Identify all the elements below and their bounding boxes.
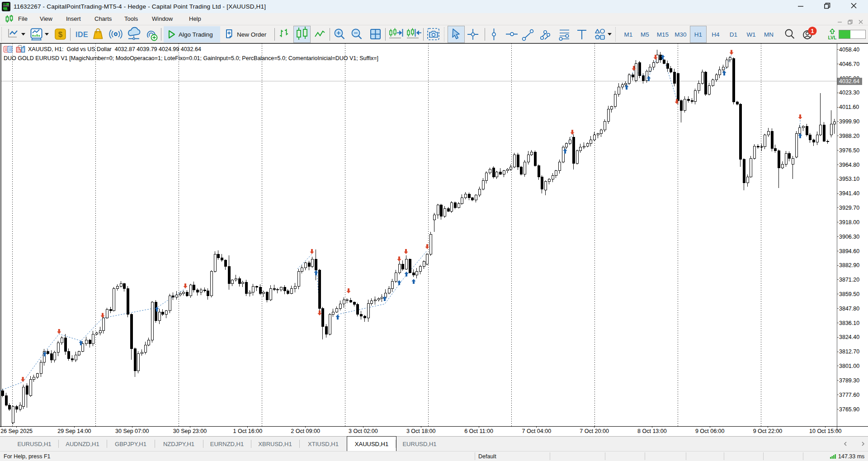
- svg-text:7 Oct 04:00: 7 Oct 04:00: [522, 428, 551, 434]
- svg-text:3882.90: 3882.90: [839, 262, 859, 268]
- svg-text:H4: H4: [712, 31, 720, 38]
- svg-text:D1: D1: [730, 31, 737, 38]
- svg-text:30 Sep 07:00: 30 Sep 07:00: [115, 428, 149, 434]
- svg-text:IDE: IDE: [75, 31, 88, 38]
- svg-text:3 Oct 18:00: 3 Oct 18:00: [406, 428, 436, 434]
- svg-text:XAUUSD, H1: Gold vs US Dollar: XAUUSD, H1: Gold vs US Dollar 4032.87 40…: [28, 46, 201, 52]
- svg-text:3859.50: 3859.50: [839, 291, 859, 297]
- svg-text:4011.60: 4011.60: [839, 104, 859, 110]
- svg-text:$: $: [58, 30, 63, 39]
- svg-text:3 Oct 02:00: 3 Oct 02:00: [349, 428, 378, 434]
- svg-text:8 Oct 13:00: 8 Oct 13:00: [637, 428, 667, 434]
- svg-text:3976.50: 3976.50: [839, 147, 859, 154]
- svg-text:3812.70: 3812.70: [839, 348, 859, 355]
- svg-text:3906.30: 3906.30: [839, 234, 859, 240]
- svg-text:9 Oct 06:00: 9 Oct 06:00: [695, 428, 725, 434]
- svg-text:26 Sep 2025: 26 Sep 2025: [0, 428, 33, 434]
- svg-text:29 Sep 14:00: 29 Sep 14:00: [57, 428, 91, 434]
- svg-text:3765.90: 3765.90: [839, 406, 859, 413]
- svg-text:4023.30: 4023.30: [839, 89, 859, 96]
- svg-text:3918.00: 3918.00: [839, 219, 859, 226]
- svg-text:7 Oct 20:00: 7 Oct 20:00: [580, 428, 609, 434]
- svg-text:3953.10: 3953.10: [839, 176, 859, 182]
- svg-text:M30: M30: [675, 31, 686, 38]
- svg-text:M15: M15: [657, 31, 669, 38]
- svg-text:6 Oct 11:00: 6 Oct 11:00: [464, 428, 493, 434]
- svg-text:3871.20: 3871.20: [839, 277, 859, 283]
- svg-text:Algo Trading: Algo Trading: [179, 31, 213, 38]
- svg-text:3999.90: 3999.90: [839, 118, 859, 125]
- svg-text:MN: MN: [764, 31, 774, 38]
- svg-text:3941.40: 3941.40: [839, 190, 859, 197]
- svg-text:DUO GOLD EURUSD V1 [MagicNumbe: DUO GOLD EURUSD V1 [MagicNumber=0; ModoO…: [4, 55, 378, 61]
- svg-text:3789.30: 3789.30: [839, 377, 859, 384]
- svg-text:3929.70: 3929.70: [839, 205, 859, 211]
- svg-text:3777.60: 3777.60: [839, 392, 859, 398]
- svg-text:4046.70: 4046.70: [839, 61, 859, 67]
- svg-text:10 Oct 15:00: 10 Oct 15:00: [809, 428, 842, 434]
- svg-text:M1: M1: [624, 31, 633, 38]
- svg-text:LVL: LVL: [828, 35, 837, 40]
- svg-text:3964.80: 3964.80: [839, 162, 859, 168]
- svg-text:3894.60: 3894.60: [839, 248, 859, 254]
- svg-text:4032.64: 4032.64: [839, 78, 859, 85]
- svg-text:4058.40: 4058.40: [839, 47, 859, 53]
- svg-text:3988.20: 3988.20: [839, 133, 859, 139]
- svg-text:1 Oct 16:00: 1 Oct 16:00: [233, 428, 262, 434]
- svg-text:W1: W1: [746, 31, 755, 38]
- svg-text:M5: M5: [641, 31, 649, 38]
- svg-text:9 Oct 22:00: 9 Oct 22:00: [753, 428, 783, 434]
- svg-text:30 Sep 23:00: 30 Sep 23:00: [173, 428, 207, 434]
- svg-text:3847.80: 3847.80: [839, 306, 859, 312]
- svg-text:3836.10: 3836.10: [839, 320, 859, 326]
- svg-text:3824.40: 3824.40: [839, 334, 859, 340]
- svg-text:3801.00: 3801.00: [839, 363, 859, 369]
- svg-text:1: 1: [811, 28, 814, 34]
- svg-text:2 Oct 09:00: 2 Oct 09:00: [291, 428, 320, 434]
- svg-text:H1: H1: [694, 31, 702, 38]
- svg-text:New Order: New Order: [237, 31, 267, 38]
